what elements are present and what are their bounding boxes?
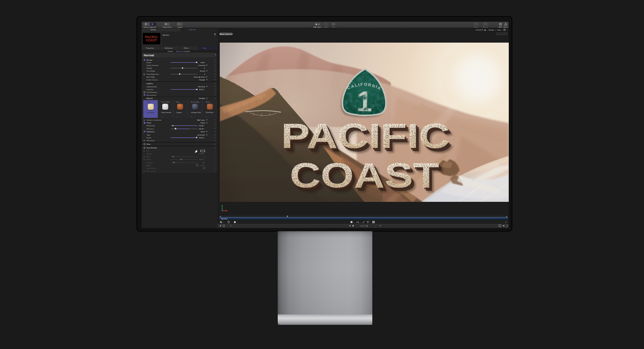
svg-text:71: 71 [365, 225, 368, 227]
svg-text:⌄: ⌄ [237, 221, 238, 223]
svg-text:⌄: ⌄ [359, 221, 361, 223]
svg-text:000:: 000: [360, 225, 365, 227]
svg-text:PACIFIC: PACIFIC [281, 116, 450, 155]
svg-text:T: T [367, 221, 369, 224]
svg-text:COAST: COAST [290, 155, 439, 194]
svg-text:⌄: ⌄ [369, 221, 371, 223]
svg-text:⌄: ⌄ [375, 224, 376, 227]
svg-text:⌄: ⌄ [375, 221, 377, 223]
svg-text:1: 1 [356, 86, 372, 117]
svg-text:⌄: ⌄ [353, 221, 355, 223]
svg-text:⌄: ⌄ [223, 221, 225, 223]
